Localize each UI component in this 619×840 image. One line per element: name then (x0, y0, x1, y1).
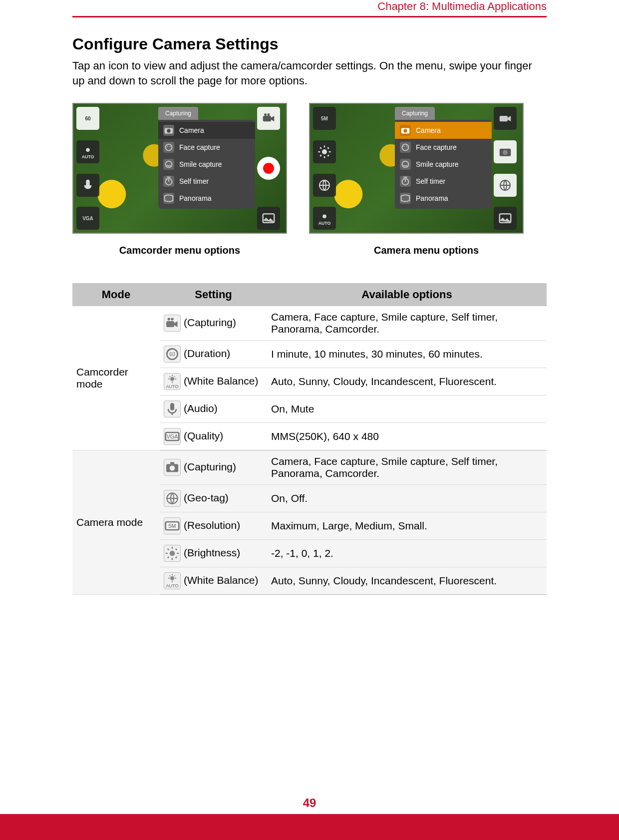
svg-point-5 (268, 113, 270, 116)
setting-label: (Capturing) (184, 461, 236, 472)
svg-text:60: 60 (169, 351, 175, 357)
menu-item-label: Camera (416, 126, 441, 134)
auto-wb-icon: AUTO (76, 140, 99, 163)
panorama-icon (163, 193, 174, 204)
footer-band (0, 814, 619, 840)
duration-icon: 60 (164, 346, 181, 363)
menu-item: Camera (395, 122, 492, 139)
svg-point-27 (406, 146, 407, 147)
setting-cell: VGA(Quality) (160, 423, 267, 450)
setting-label: (Resolution) (184, 519, 240, 531)
svg-point-14 (322, 149, 327, 154)
timer-icon (163, 176, 174, 187)
options-cell: MMS(250K), 640 x 480 (267, 423, 547, 450)
setting-cell: (Capturing) (160, 450, 267, 485)
svg-point-26 (403, 146, 404, 147)
menu-item: Self timer (158, 173, 255, 190)
setting-cell: (Audio) (160, 396, 267, 423)
camera-icon (163, 125, 174, 136)
menu-item-label: Face capture (179, 143, 220, 151)
panorama-icon (400, 193, 411, 204)
options-cell: I minute, 10 minutes, 30 minutes, 60 min… (267, 341, 547, 368)
svg-point-9 (166, 144, 172, 151)
camcorder-mode-icon (257, 107, 280, 130)
options-cell: Auto, Sunny, Cloudy, Incandescent, Fluor… (267, 567, 547, 595)
page-title: Configure Camera Settings (72, 35, 547, 53)
wb-auto-icon: AUTO (164, 373, 181, 390)
setting-label: (Geo-tag) (184, 492, 229, 503)
intro-text: Tap an icon to view and adjust the camer… (72, 58, 547, 88)
vga-icon: VGA (164, 428, 181, 445)
auto-wb-icon: AUTO (313, 207, 336, 230)
menu-item-label: Panorama (416, 194, 448, 202)
svg-point-41 (170, 465, 175, 471)
record-button-icon (257, 157, 280, 180)
geo-icon (313, 174, 336, 197)
th-mode: Mode (72, 283, 160, 306)
svg-point-10 (167, 146, 168, 147)
setting-cell: (Geo-tag) (160, 485, 267, 512)
setting-label: (Brightness) (184, 547, 240, 558)
options-cell: Camera, Face capture, Smile capture, Sel… (267, 306, 547, 341)
setting-label: (Audio) (184, 403, 218, 414)
svg-text:VGA: VGA (167, 433, 178, 439)
options-cell: Auto, Sunny, Cloudy, Incandescent, Fluor… (267, 368, 547, 396)
svg-point-11 (170, 146, 171, 147)
svg-rect-30 (166, 321, 174, 327)
globe-icon (164, 490, 181, 507)
caption-right: Camera menu options (309, 245, 524, 256)
settings-table: Mode Setting Available options Camcorder… (72, 283, 547, 595)
menu-item-label: Smile capture (179, 160, 222, 168)
face-icon (163, 142, 174, 153)
gallery-icon (257, 207, 280, 230)
svg-point-20 (503, 150, 508, 155)
options-cell: -2, -1, 0, 1, 2. (267, 540, 547, 567)
screenshot-camera: 5M AUTO Capturing Camera (309, 103, 524, 234)
vga-icon: VGA (76, 207, 99, 230)
menu-item: Camera (158, 122, 255, 139)
svg-rect-42 (170, 462, 174, 464)
svg-point-4 (264, 113, 267, 116)
menu-item: Panorama (158, 190, 255, 207)
chapter-header: Chapter 8: Multimedia Applications (72, 0, 547, 17)
mode-switch-icon (494, 107, 517, 130)
menu-item-label: Self timer (416, 177, 445, 185)
setting-label: (Quality) (184, 430, 223, 441)
menu-item: Smile capture (158, 156, 255, 173)
svg-rect-3 (263, 116, 271, 121)
th-setting: Setting (160, 283, 267, 306)
table-row: Camera mode(Capturing)Camera, Face captu… (72, 450, 547, 485)
menu-item-label: Self timer (179, 177, 209, 185)
caption-left: Camcorder menu options (72, 245, 287, 256)
th-options: Available options (267, 283, 547, 306)
svg-point-24 (403, 129, 407, 133)
setting-label: (White Balance) (184, 574, 258, 586)
brightness-icon (164, 545, 181, 562)
setting-cell: AUTO(White Balance) (160, 368, 267, 396)
svg-point-31 (168, 318, 170, 321)
svg-point-8 (167, 129, 170, 133)
smile-icon (400, 159, 411, 170)
menu-item-label: Panorama (179, 194, 212, 202)
svg-text:5M: 5M (169, 523, 176, 529)
geo-toggle-icon (494, 174, 517, 197)
table-row: Camcorder mode(Capturing)Camera, Face ca… (72, 306, 547, 341)
svg-point-46 (170, 551, 175, 556)
menu-item: Panorama (395, 190, 492, 207)
svg-text:AUTO: AUTO (166, 584, 179, 589)
menu-tab-label: Capturing (158, 107, 198, 120)
svg-point-28 (402, 161, 409, 168)
options-cell: Maximum, Large, Medium, Small. (267, 512, 547, 540)
setting-label: (White Balance) (184, 375, 258, 387)
svg-text:AUTO: AUTO (82, 154, 94, 159)
options-cell: On, Mute (267, 396, 547, 423)
menu-tab-label: Capturing (395, 107, 435, 120)
face-icon (400, 142, 411, 153)
options-cell: Camera, Face capture, Smile capture, Sel… (267, 450, 547, 485)
setting-cell: AUTO(White Balance) (160, 567, 267, 595)
setting-cell: (Brightness) (160, 540, 267, 567)
timer-icon (400, 176, 411, 187)
setting-label: (Capturing) (184, 317, 236, 328)
setting-label: (Duration) (184, 348, 230, 359)
svg-point-35 (170, 377, 174, 381)
